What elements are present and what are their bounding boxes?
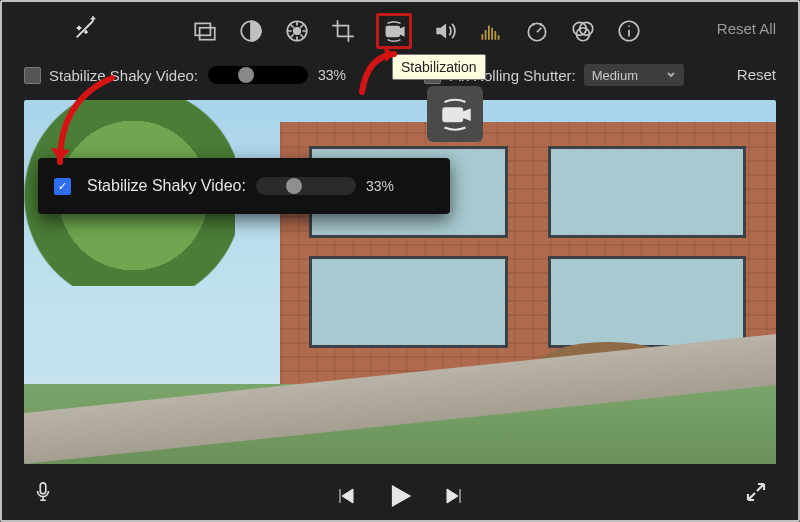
reset-all-button[interactable]: Reset All — [717, 20, 776, 37]
svg-marker-12 — [384, 46, 394, 62]
fullscreen-icon — [744, 480, 768, 504]
svg-rect-1 — [200, 28, 215, 40]
noise-eq-button[interactable] — [478, 18, 504, 44]
stabilize-slider[interactable] — [208, 66, 308, 84]
noise-eq-icon — [478, 18, 504, 44]
volume-icon — [432, 18, 458, 44]
video-overlay-button[interactable] — [192, 18, 218, 44]
annotation-arrow — [352, 42, 412, 102]
chevron-down-icon — [666, 70, 676, 80]
svg-rect-0 — [195, 23, 210, 35]
stabilize-checkbox[interactable] — [24, 67, 41, 84]
info-icon — [616, 18, 642, 44]
stabilize-popover-slider[interactable] — [256, 177, 356, 195]
svg-rect-11 — [443, 108, 463, 122]
svg-rect-5 — [386, 27, 399, 37]
clip-filter-icon — [570, 18, 596, 44]
color-balance-button[interactable] — [238, 18, 264, 44]
stabilize-checkbox-checked[interactable] — [54, 178, 71, 195]
svg-marker-13 — [51, 148, 70, 162]
stabilization-icon — [437, 96, 473, 132]
previous-button[interactable] — [333, 484, 357, 508]
stabilization-icon — [381, 18, 407, 44]
color-correction-icon — [284, 18, 310, 44]
fullscreen-button[interactable] — [744, 480, 768, 508]
stabilize-percent: 33% — [318, 67, 346, 83]
play-button[interactable] — [385, 481, 415, 511]
stabilization-large-icon-tile — [427, 86, 483, 142]
clip-filter-button[interactable] — [570, 18, 596, 44]
volume-button[interactable] — [432, 18, 458, 44]
reset-button[interactable]: Reset — [737, 66, 776, 83]
color-balance-icon — [238, 18, 264, 44]
crop-icon — [330, 18, 356, 44]
stabilize-popover-percent: 33% — [366, 178, 394, 194]
playback-bar — [2, 472, 798, 520]
rolling-shutter-value: Medium — [592, 68, 638, 83]
info-button[interactable] — [616, 18, 642, 44]
app-window: Reset All Stabilize Shaky Video: 33% Fix… — [0, 0, 800, 522]
annotation-arrow — [42, 70, 142, 180]
speed-button[interactable] — [524, 18, 550, 44]
rolling-shutter-dropdown[interactable]: Medium — [584, 64, 684, 86]
next-button[interactable] — [443, 484, 467, 508]
svg-point-4 — [294, 28, 301, 35]
crop-button[interactable] — [330, 18, 356, 44]
video-overlay-icon — [192, 18, 218, 44]
speed-icon — [524, 18, 550, 44]
color-correction-button[interactable] — [284, 18, 310, 44]
